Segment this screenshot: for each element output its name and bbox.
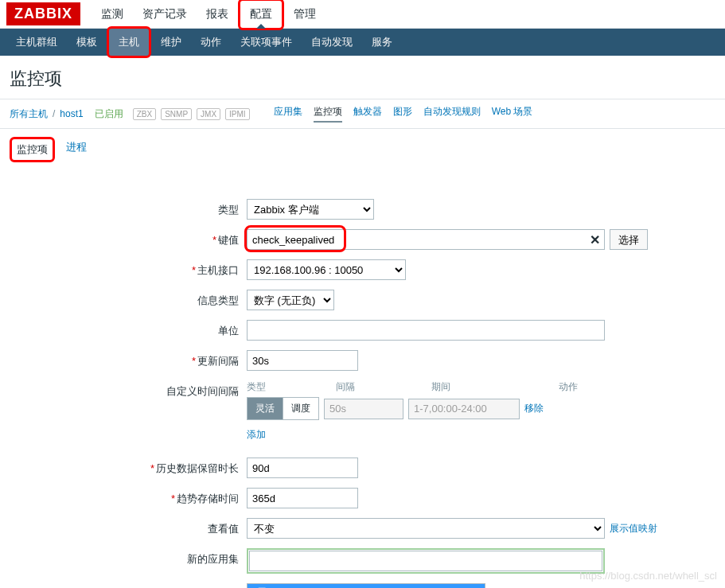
- label-showvalue: 查看值: [208, 523, 239, 535]
- subnav-hosts[interactable]: 主机: [107, 26, 151, 58]
- interval-input[interactable]: [247, 350, 358, 371]
- unit-input[interactable]: [247, 320, 605, 341]
- toggle-schedule[interactable]: 调度: [283, 397, 319, 420]
- toggle-flexible[interactable]: 灵活: [247, 397, 283, 420]
- appset-multiselect[interactable]: -无-: [247, 583, 485, 588]
- topnav-admin[interactable]: 管理: [284, 1, 325, 28]
- top-nav: ZABBIX 监测 资产记录 报表 配置 管理: [0, 0, 725, 29]
- subnav-correlation[interactable]: 关联项事件: [231, 29, 302, 56]
- ihead-interval: 间隔: [336, 380, 431, 394]
- subnav-hostgroups[interactable]: 主机群组: [6, 29, 67, 56]
- item-form: *名称: [0, 167, 725, 199]
- label-interval: 更新间隔: [197, 355, 239, 367]
- infotype-select[interactable]: 数字 (无正负): [247, 290, 334, 310]
- clear-icon[interactable]: ✕: [590, 232, 600, 247]
- subnav-actions[interactable]: 动作: [191, 29, 231, 56]
- subnav-maintenance[interactable]: 维护: [151, 29, 191, 56]
- label-history: 历史数据保留时长: [156, 462, 239, 474]
- key-input[interactable]: [247, 229, 605, 250]
- showmap-link[interactable]: 展示值映射: [610, 522, 657, 535]
- showvalue-select[interactable]: 不变: [247, 518, 605, 539]
- breadcrumb-row: 所有主机 / host1 已启用 ZBX SNMP JMX IPMI 应用集 监…: [0, 99, 725, 129]
- add-link[interactable]: 添加: [247, 429, 266, 440]
- tab-graphs[interactable]: 图形: [393, 105, 412, 123]
- item-form-body: *名称 类型 Zabbix 客户端 *键值 ✕ 选择 *主机接口: [0, 199, 725, 588]
- label-iface: 主机接口: [197, 264, 239, 276]
- ihead-period: 期间: [431, 380, 559, 394]
- appset-option-none[interactable]: -无-: [248, 584, 485, 588]
- subnav-discovery[interactable]: 自动发现: [302, 29, 362, 56]
- pill-ipmi: IPMI: [225, 108, 250, 120]
- subnav-services[interactable]: 服务: [362, 29, 402, 56]
- label-key: 键值: [218, 234, 239, 246]
- status-enabled: 已启用: [95, 107, 123, 121]
- interval-table: 类型 间隔 期间 动作 灵活 调度 移除 添加: [247, 380, 605, 442]
- newapp-input[interactable]: [249, 551, 602, 571]
- inner-tabs: 监控项 进程: [0, 129, 725, 167]
- label-unit: 单位: [218, 325, 239, 337]
- pill-jmx: JMX: [197, 108, 220, 120]
- tab-applications[interactable]: 应用集: [274, 105, 302, 123]
- topnav-reports[interactable]: 报表: [197, 1, 238, 28]
- logo: ZABBIX: [6, 2, 80, 25]
- topnav-monitor[interactable]: 监测: [92, 1, 133, 28]
- select-button[interactable]: 选择: [610, 229, 648, 250]
- innertab-process[interactable]: 进程: [61, 137, 92, 162]
- crumb-allhosts[interactable]: 所有主机: [10, 107, 48, 121]
- tab-triggers[interactable]: 触发器: [353, 105, 382, 123]
- irow-period-input[interactable]: [408, 399, 520, 419]
- topnav-inventory[interactable]: 资产记录: [133, 1, 197, 28]
- ihead-type: 类型: [247, 380, 336, 394]
- trend-input[interactable]: [247, 488, 358, 508]
- tab-discovery-rules[interactable]: 自动发现规则: [423, 105, 481, 123]
- iface-select[interactable]: 192.168.100.96 : 10050: [247, 259, 406, 280]
- ihead-action: 动作: [559, 380, 598, 394]
- pill-snmp: SNMP: [161, 108, 192, 120]
- irow-interval-input[interactable]: [324, 399, 403, 419]
- host-tabs: 应用集 监控项 触发器 图形 自动发现规则 Web 场景: [274, 105, 533, 123]
- crumb-sep: /: [53, 108, 55, 119]
- label-trend: 趋势存储时间: [177, 493, 239, 504]
- tab-items[interactable]: 监控项: [314, 105, 342, 123]
- interval-type-toggle[interactable]: 灵活 调度: [247, 397, 319, 420]
- subnav-templates[interactable]: 模板: [67, 29, 107, 56]
- page-title: 监控项: [0, 56, 725, 99]
- label-newapp: 新的应用集: [187, 553, 239, 565]
- sub-nav: 主机群组 模板 主机 维护 动作 关联项事件 自动发现 服务: [0, 29, 725, 56]
- label-type: 类型: [218, 204, 239, 216]
- crumb-host[interactable]: host1: [60, 108, 83, 119]
- topnav-config[interactable]: 配置: [238, 0, 284, 30]
- history-input[interactable]: [247, 458, 358, 478]
- remove-link[interactable]: 移除: [524, 402, 544, 415]
- label-infotype: 信息类型: [197, 294, 239, 306]
- innertab-item[interactable]: 监控项: [10, 137, 55, 162]
- tab-web[interactable]: Web 场景: [492, 105, 533, 123]
- pill-zbx: ZBX: [133, 108, 156, 120]
- label-custom: 自定义时间间隔: [166, 385, 239, 397]
- type-select[interactable]: Zabbix 客户端: [247, 199, 374, 220]
